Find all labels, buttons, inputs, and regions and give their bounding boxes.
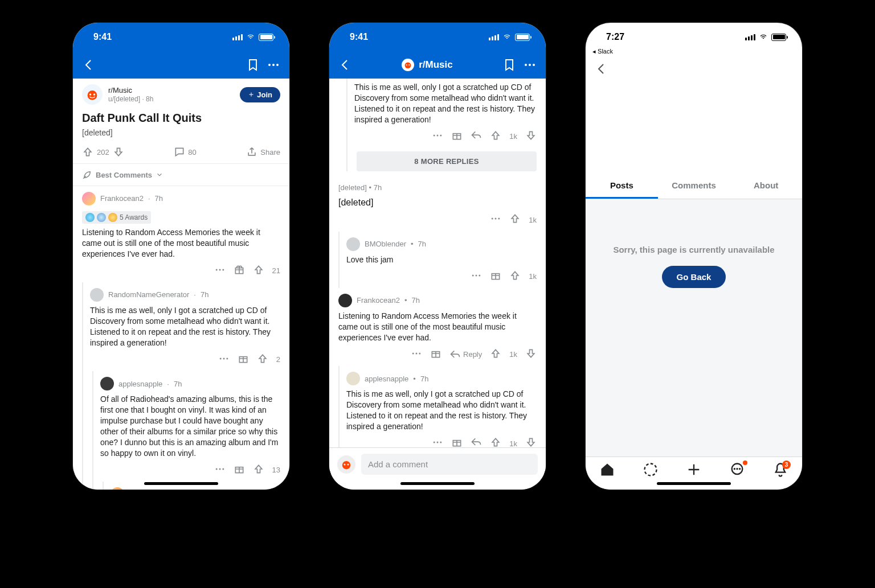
comment-body: Listening to Random Access Memories the … — [338, 311, 537, 343]
upvote-icon[interactable] — [509, 213, 521, 227]
subreddit-name[interactable]: r/Music — [108, 86, 234, 94]
share-button[interactable]: Share — [246, 146, 280, 158]
more-icon[interactable] — [523, 58, 537, 72]
upvote-icon[interactable] — [490, 348, 501, 362]
bookmark-icon[interactable] — [502, 58, 516, 72]
sort-row[interactable]: Best Comments — [73, 163, 289, 186]
gift-icon[interactable] — [238, 353, 249, 367]
comment-body: Of all of Radiohead's amazing albums, th… — [100, 394, 280, 458]
tab-posts[interactable]: Posts — [586, 174, 658, 199]
upvote-icon[interactable] — [253, 264, 264, 278]
post-header: r/Music u/[deleted] · 8h Join — [73, 79, 289, 110]
svg-point-23 — [533, 64, 535, 66]
reply-button[interactable]: Reply — [449, 349, 482, 360]
gift-icon[interactable] — [234, 463, 245, 478]
comment-author[interactable]: Frankocean2 — [100, 194, 144, 204]
upvote-icon[interactable] — [253, 463, 264, 478]
comment-body: Love this jam — [346, 254, 537, 265]
svg-point-7 — [219, 269, 220, 270]
svg-point-31 — [472, 274, 474, 276]
empty-state: Sorry, this page is currently unavailabl… — [586, 199, 802, 457]
gift-icon[interactable] — [430, 348, 441, 362]
nav-discover-icon[interactable] — [643, 462, 659, 478]
post-title: Daft Punk Call It Quits — [73, 110, 289, 128]
nav-bar: r/Music — [329, 51, 546, 79]
comment-score: 1k — [529, 215, 537, 225]
reply-icon[interactable] — [471, 130, 482, 144]
avatar[interactable] — [346, 237, 360, 251]
avatar[interactable] — [82, 192, 96, 205]
comment-more-icon[interactable] — [214, 463, 226, 478]
subreddit-avatar[interactable] — [82, 84, 103, 105]
avatar[interactable] — [346, 372, 360, 385]
gift-icon[interactable] — [234, 264, 245, 278]
comment-more-icon[interactable] — [218, 353, 230, 367]
comment-author[interactable]: RandomNameGenerator — [108, 290, 189, 300]
nav-title[interactable]: r/Music — [359, 59, 496, 71]
back-icon[interactable] — [595, 62, 608, 76]
avatar[interactable] — [111, 487, 124, 490]
svg-point-35 — [412, 352, 414, 354]
bookmark-icon[interactable] — [246, 58, 260, 72]
svg-point-1 — [272, 64, 275, 66]
empty-message: Sorry, this page is currently unavailabl… — [613, 245, 774, 254]
comment-time: 7h — [418, 239, 426, 249]
comment-more-icon[interactable] — [490, 213, 501, 227]
chat-badge — [743, 460, 747, 465]
comment-more-icon[interactable] — [214, 264, 226, 278]
upvote-icon[interactable] — [490, 130, 501, 144]
comment-author[interactable]: applesnapple — [365, 374, 408, 384]
downvote-icon[interactable] — [525, 348, 537, 362]
avatar[interactable] — [338, 294, 352, 307]
back-to-app[interactable]: ◂ Slack — [586, 48, 802, 55]
go-back-button[interactable]: Go Back — [662, 266, 726, 288]
join-button[interactable]: Join — [240, 87, 280, 102]
post-scroll[interactable]: r/Music u/[deleted] · 8h Join Daft Punk … — [73, 79, 289, 490]
downvote-icon[interactable] — [525, 130, 537, 144]
comment-input[interactable]: Add a comment — [361, 454, 538, 475]
nav-chat-icon[interactable] — [729, 462, 745, 478]
upvote-icon[interactable] — [257, 353, 268, 367]
nav-home-icon[interactable] — [599, 462, 615, 478]
comment-count: 80 — [188, 148, 196, 157]
comment-author[interactable]: applesnapple — [118, 379, 162, 389]
awards-pill[interactable]: 5 Awards — [82, 211, 151, 224]
thread-scroll[interactable]: This is me as well, only I got a scratch… — [329, 79, 546, 490]
comment-time: 7h — [420, 374, 428, 384]
comment-more-icon[interactable] — [432, 130, 443, 144]
profile-scroll[interactable]: Posts Comments About Sorry, this page is… — [586, 83, 802, 457]
reply-label: Reply — [463, 349, 482, 360]
comments-button[interactable]: 80 — [174, 146, 196, 158]
avatar[interactable] — [90, 288, 104, 302]
more-replies-button[interactable]: 8 MORE REPLIES — [357, 151, 537, 171]
svg-point-22 — [529, 64, 531, 66]
comment-score: 21 — [272, 266, 280, 276]
back-icon[interactable] — [338, 58, 352, 72]
upvote-icon[interactable] — [509, 270, 521, 284]
comment: Frankocean2• 7h Listening to Random Acce… — [329, 288, 546, 366]
more-icon[interactable] — [267, 58, 280, 72]
comment-author[interactable]: bmoblender — [129, 489, 168, 490]
gift-icon[interactable] — [490, 270, 501, 284]
wifi-icon — [246, 34, 255, 40]
nav-inbox-icon[interactable]: 3 — [772, 462, 788, 478]
avatar[interactable] — [100, 377, 114, 390]
nav-create-icon[interactable] — [686, 462, 702, 478]
my-avatar[interactable] — [337, 455, 355, 474]
battery-icon — [259, 34, 273, 41]
comment-more-icon[interactable] — [471, 270, 482, 284]
inbox-badge: 3 — [782, 460, 791, 469]
svg-point-10 — [219, 357, 221, 359]
phone-unavailable: 7:27 ◂ Slack Posts Comments About Sorry,… — [586, 23, 802, 490]
comment-author[interactable]: BMOblender — [365, 239, 406, 249]
upvote-button[interactable] — [82, 146, 93, 158]
tab-comments[interactable]: Comments — [658, 174, 730, 199]
comment-more-icon[interactable] — [411, 348, 422, 362]
back-icon[interactable] — [82, 58, 96, 72]
svg-point-30 — [498, 218, 500, 220]
tab-about[interactable]: About — [730, 174, 802, 199]
comment-author[interactable]: Frankocean2 — [357, 295, 400, 306]
downvote-button[interactable] — [113, 146, 124, 158]
svg-point-24 — [434, 134, 435, 136]
gift-icon[interactable] — [451, 130, 463, 144]
